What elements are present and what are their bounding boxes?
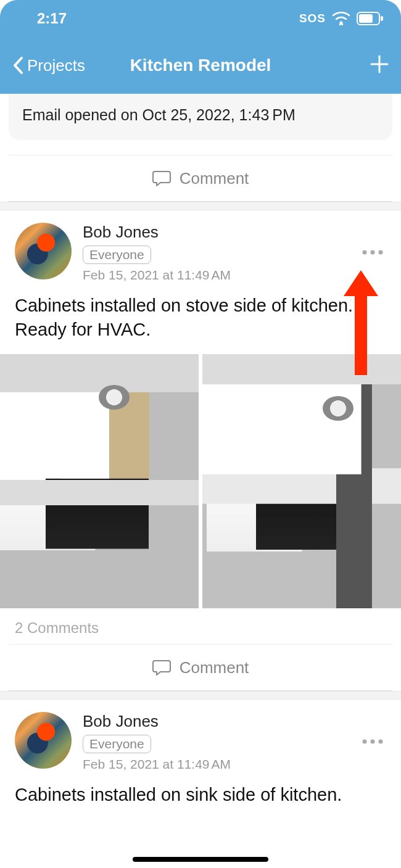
chevron-left-icon bbox=[12, 56, 25, 75]
status-time: 2:17 bbox=[37, 10, 67, 27]
plus-icon bbox=[370, 55, 389, 73]
audience-badge[interactable]: Everyone bbox=[83, 735, 151, 753]
post-body: Cabinets installed on stove side of kitc… bbox=[0, 283, 401, 350]
post-photos bbox=[0, 354, 401, 608]
sos-indicator: SOS bbox=[299, 12, 326, 25]
svg-point-5 bbox=[371, 250, 375, 255]
svg-point-7 bbox=[363, 740, 367, 744]
email-opened-notice: Email opened on Oct 25, 2022, 1:43 PM bbox=[9, 94, 392, 140]
post-author[interactable]: Bob Jones bbox=[83, 712, 386, 731]
post-menu-button[interactable] bbox=[362, 240, 384, 260]
svg-point-9 bbox=[379, 740, 383, 744]
comment-label: Comment bbox=[180, 658, 249, 677]
svg-rect-3 bbox=[359, 14, 373, 23]
nav-bar: Projects Kitchen Remodel bbox=[0, 37, 401, 94]
avatar[interactable] bbox=[15, 712, 72, 769]
more-horizontal-icon bbox=[362, 738, 384, 745]
status-icons: SOS bbox=[299, 12, 384, 25]
post-header: Bob Jones Everyone Feb 15, 2021 at 11:49… bbox=[0, 712, 401, 772]
svg-point-4 bbox=[363, 250, 367, 255]
audience-badge[interactable]: Everyone bbox=[83, 246, 151, 264]
comments-count[interactable]: 2 Comments bbox=[0, 608, 401, 644]
post-header: Bob Jones Everyone Feb 15, 2021 at 11:49… bbox=[0, 223, 401, 283]
post-timestamp: Feb 15, 2021 at 11:49 AM bbox=[83, 757, 386, 772]
battery-icon bbox=[357, 12, 384, 25]
post-body: Cabinets installed on sink side of kitch… bbox=[0, 772, 401, 816]
email-opened-text: Email opened on Oct 25, 2022, 1:43 PM bbox=[22, 106, 296, 123]
svg-point-0 bbox=[340, 22, 343, 25]
svg-rect-2 bbox=[381, 16, 383, 21]
back-label: Projects bbox=[27, 56, 85, 75]
feed-post: Bob Jones Everyone Feb 15, 2021 at 11:49… bbox=[0, 210, 401, 691]
post-menu-button[interactable] bbox=[362, 729, 384, 749]
post-photo[interactable] bbox=[202, 354, 401, 608]
add-button[interactable] bbox=[370, 52, 389, 79]
post-photo[interactable] bbox=[0, 354, 199, 608]
home-indicator[interactable] bbox=[133, 857, 268, 862]
post-meta: Bob Jones Everyone Feb 15, 2021 at 11:49… bbox=[83, 223, 386, 283]
post-author[interactable]: Bob Jones bbox=[83, 223, 386, 242]
section-divider bbox=[0, 202, 401, 210]
post-meta: Bob Jones Everyone Feb 15, 2021 at 11:49… bbox=[83, 712, 386, 772]
comment-button[interactable]: Comment bbox=[9, 644, 392, 691]
svg-point-8 bbox=[371, 740, 375, 744]
avatar[interactable] bbox=[15, 223, 72, 279]
comment-label: Comment bbox=[180, 169, 249, 188]
svg-point-6 bbox=[379, 250, 383, 255]
wifi-icon bbox=[332, 12, 350, 25]
comment-icon bbox=[152, 170, 171, 187]
comment-icon bbox=[152, 659, 171, 676]
feed-post: Bob Jones Everyone Feb 15, 2021 at 11:49… bbox=[0, 700, 401, 816]
section-divider bbox=[0, 691, 401, 700]
more-horizontal-icon bbox=[362, 249, 384, 255]
post-timestamp: Feb 15, 2021 at 11:49 AM bbox=[83, 268, 386, 283]
status-bar: 2:17 SOS bbox=[0, 0, 401, 37]
back-button[interactable]: Projects bbox=[12, 56, 85, 75]
comment-button[interactable]: Comment bbox=[9, 155, 392, 202]
